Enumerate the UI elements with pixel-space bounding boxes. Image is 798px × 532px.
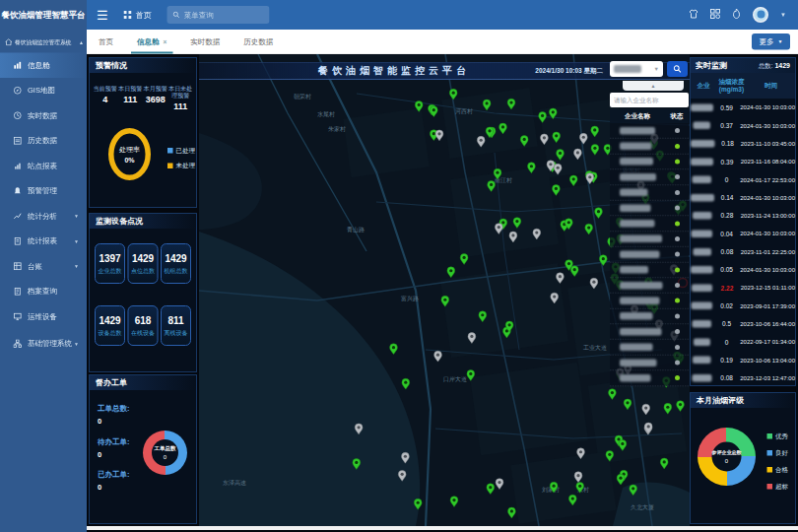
dropdown-collapse-tab[interactable]: ▲ bbox=[623, 81, 684, 91]
company-row[interactable] bbox=[610, 355, 689, 370]
workorder-panel: 督办工单 工单总数:0待办工单:0已办工单:0 工单总数 0 bbox=[89, 374, 197, 524]
company-name-redacted bbox=[691, 103, 713, 111]
company-row[interactable] bbox=[610, 278, 689, 294]
company-row[interactable] bbox=[610, 169, 689, 185]
status-dot bbox=[675, 144, 680, 149]
realtime-row[interactable]: 0.592024-01-30 10:03:00 bbox=[691, 99, 795, 116]
tab-2[interactable]: 实时数据 bbox=[178, 30, 232, 54]
realtime-row[interactable]: 0.392023-11-16 08:04:00 bbox=[691, 153, 795, 170]
realtime-row[interactable]: 02022-09-17 01:34:00 bbox=[691, 333, 795, 351]
search-icon bbox=[674, 65, 682, 73]
realtime-row[interactable]: 0.082023-11-01 22:25:00 bbox=[691, 242, 795, 260]
alerts-panel: 预警情况 当前预警4本日预警111本月预警3698本日未处理预警111 处理率 … bbox=[89, 57, 197, 208]
tab-1[interactable]: 信息舱× bbox=[125, 30, 178, 54]
company-name-search[interactable] bbox=[610, 93, 689, 107]
svg-text:朱家村: 朱家村 bbox=[328, 125, 346, 133]
sidebar-item-basic-mgmt[interactable]: 基础管理系统 ▼ bbox=[0, 331, 87, 357]
nav-home[interactable]: 首页 bbox=[124, 10, 152, 21]
section-collapse-icon: ▲ bbox=[79, 39, 84, 45]
company-name-redacted bbox=[620, 282, 663, 290]
expand-icon: ▼ bbox=[74, 264, 79, 270]
map-canvas[interactable]: 朝荣村水尾村朱家村刘家村大村久北大厦东泽高速口岸大道富兴路南江村青山路工业大道河… bbox=[199, 54, 690, 526]
realtime-row[interactable]: 0.282023-11-24 13:00:00 bbox=[691, 207, 795, 225]
sidebar-item-5[interactable]: 预警管理 bbox=[0, 178, 87, 204]
svg-text:富兴路: 富兴路 bbox=[401, 295, 419, 302]
company-row[interactable] bbox=[610, 247, 689, 263]
company-row[interactable] bbox=[610, 123, 689, 139]
user-avatar[interactable] bbox=[753, 7, 768, 23]
realtime-row[interactable]: 0.082023-12-03 12:47:00 bbox=[691, 368, 795, 386]
company-name-redacted bbox=[691, 194, 714, 202]
company-search-button[interactable] bbox=[667, 61, 688, 77]
company-row[interactable] bbox=[610, 232, 689, 247]
company-name-redacted bbox=[620, 143, 652, 151]
org-icon bbox=[13, 339, 22, 348]
sidebar-item-1[interactable]: GIS地图 bbox=[0, 78, 87, 103]
report-icon bbox=[13, 162, 22, 170]
user-menu-caret-icon[interactable]: ▼ bbox=[780, 12, 786, 19]
company-name-redacted bbox=[620, 359, 657, 366]
company-row[interactable] bbox=[610, 370, 689, 386]
alert-stat-2: 本月预警3698 bbox=[143, 85, 168, 112]
company-name-redacted bbox=[620, 220, 655, 228]
company-row[interactable] bbox=[610, 294, 689, 309]
select-caret-icon: ▼ bbox=[654, 66, 659, 72]
flame-icon[interactable] bbox=[732, 9, 741, 22]
company-row[interactable] bbox=[610, 216, 689, 232]
company-name-input[interactable] bbox=[614, 97, 685, 104]
tab-0[interactable]: 首页 bbox=[87, 30, 125, 54]
sidebar-item-8[interactable]: 台账▼ bbox=[0, 254, 87, 280]
menu-search-input[interactable] bbox=[184, 11, 263, 20]
realtime-row[interactable]: 0.52023-10-06 16:44:00 bbox=[691, 315, 795, 333]
sidebar-item-6[interactable]: 统计分析▼ bbox=[0, 204, 87, 230]
status-dot bbox=[675, 206, 680, 211]
company-name-redacted bbox=[693, 320, 712, 328]
more-button[interactable]: 更多 ▼ bbox=[752, 33, 790, 50]
menu-search[interactable] bbox=[167, 6, 270, 24]
status-dot bbox=[675, 190, 680, 195]
company-name-redacted bbox=[620, 235, 662, 243]
status-dot bbox=[675, 174, 680, 179]
bottom-scrollbar[interactable] bbox=[87, 526, 798, 530]
compass-icon bbox=[13, 86, 22, 95]
sidebar-item-3[interactable]: 历史数据 bbox=[0, 128, 87, 154]
sidebar-item-10[interactable]: 运维设备 bbox=[0, 304, 87, 330]
legend-item-2: 合格 bbox=[767, 465, 789, 474]
company-name-redacted bbox=[620, 250, 660, 258]
tab-close-icon[interactable]: × bbox=[164, 38, 167, 46]
sidebar-item-0[interactable]: 信息舱 bbox=[0, 53, 87, 79]
company-row[interactable] bbox=[610, 340, 689, 356]
company-row[interactable] bbox=[610, 154, 689, 169]
workorder-donut: 工单总数 0 bbox=[143, 431, 187, 475]
realtime-row[interactable]: 0.182023-11-10 03:45:00 bbox=[691, 135, 795, 153]
realtime-row[interactable]: 2.222023-12-15 01:11:00 bbox=[691, 279, 795, 297]
expand-icon: ▼ bbox=[74, 341, 79, 347]
realtime-row[interactable]: 0.052024-01-30 10:03:00 bbox=[691, 261, 795, 279]
status-dot bbox=[675, 221, 680, 226]
company-row[interactable] bbox=[610, 200, 689, 216]
sidebar-section-header[interactable]: 餐饮油烟监控管理系统 ▲ bbox=[0, 30, 87, 53]
tab-3[interactable]: 历史数据 bbox=[232, 30, 285, 54]
realtime-row[interactable]: 0.372024-01-30 10:03:00 bbox=[691, 116, 795, 134]
search-icon bbox=[173, 12, 180, 19]
apps-icon[interactable] bbox=[710, 9, 720, 21]
legend-item-3: 超标 bbox=[767, 482, 789, 491]
company-row[interactable] bbox=[610, 262, 689, 278]
company-row[interactable] bbox=[610, 308, 689, 324]
company-row[interactable] bbox=[610, 139, 689, 155]
realtime-row[interactable]: 0.022023-09-01 17:39:00 bbox=[691, 297, 795, 314]
company-row[interactable] bbox=[610, 185, 689, 201]
devices-panel: 监测设备点况 1397企业总数1429点位总数1429机组总数1429设备总数6… bbox=[89, 213, 197, 372]
sidebar-item-4[interactable]: 站点报表 bbox=[0, 154, 87, 179]
sidebar-item-9[interactable]: 档案查询 bbox=[0, 279, 87, 304]
realtime-row[interactable]: 0.042024-01-30 10:03:00 bbox=[691, 225, 795, 242]
company-row[interactable] bbox=[610, 324, 689, 340]
realtime-row[interactable]: 0.142024-01-30 10:03:00 bbox=[691, 188, 795, 206]
sidebar-item-7[interactable]: 统计报表▼ bbox=[0, 229, 87, 254]
company-select[interactable]: ▼ bbox=[610, 61, 663, 77]
realtime-row[interactable]: 0.192023-10-06 13:04:00 bbox=[691, 351, 795, 368]
realtime-row[interactable]: 02024-01-17 22:53:00 bbox=[691, 170, 795, 188]
menu-toggle-icon[interactable]: ☰ bbox=[97, 0, 108, 30]
sidebar-item-2[interactable]: 实时数据 bbox=[0, 103, 87, 129]
theme-icon[interactable] bbox=[689, 9, 698, 21]
